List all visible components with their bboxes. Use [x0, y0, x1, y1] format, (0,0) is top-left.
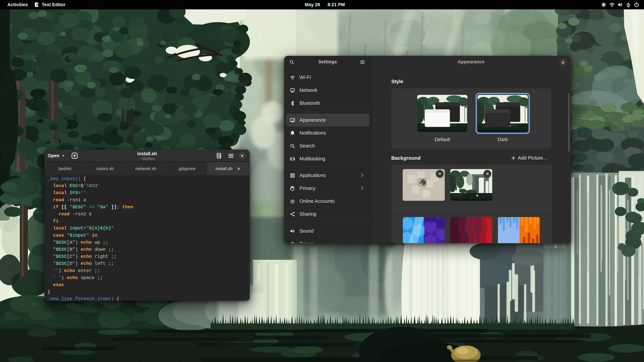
svg-text:@: @ [290, 199, 295, 204]
